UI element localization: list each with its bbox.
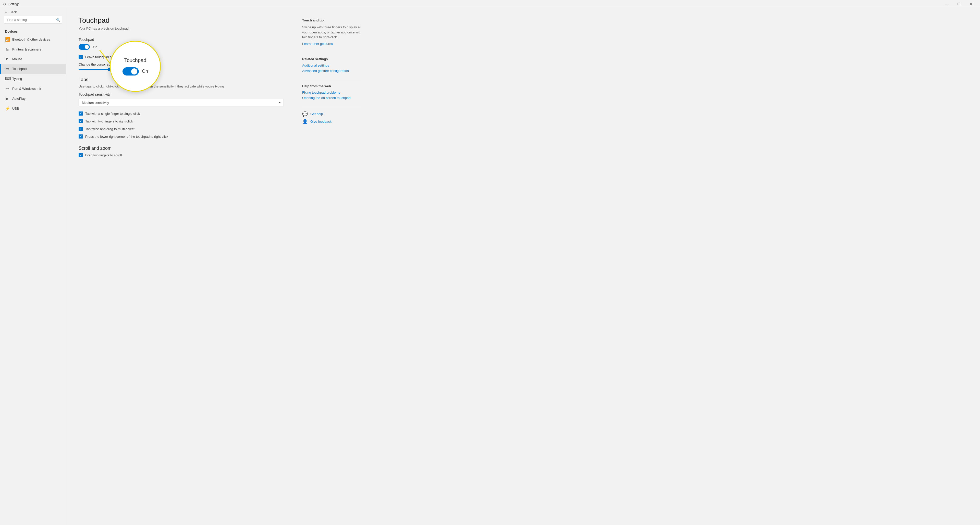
search-box: 🔍	[4, 16, 62, 24]
touchpad-setting: Touchpad On	[79, 38, 284, 50]
fixing-touchpad-link[interactable]: Fixing touchpad problems	[302, 90, 361, 94]
search-input[interactable]	[4, 16, 62, 24]
scroll-section-title: Scroll and zoom	[79, 146, 284, 151]
slider-track	[79, 69, 135, 70]
mouse-icon: 🖱	[5, 57, 9, 61]
tap-lower-checkbox[interactable]: ✓	[79, 135, 83, 138]
sidebar-item-label: Pen & Windows Ink	[12, 87, 41, 90]
back-button[interactable]: ← Back	[0, 8, 66, 16]
sidebar-item-label: Printers & scanners	[12, 48, 41, 51]
back-label: Back	[10, 10, 17, 14]
sidebar-item-label: USB	[12, 106, 19, 111]
sidebar-item-printers[interactable]: 🖨 Printers & scanners	[0, 44, 66, 54]
sidebar-item-mouse[interactable]: 🖱 Mouse	[0, 54, 66, 64]
titlebar: ⚙ Settings ─ ☐ ✕	[0, 0, 980, 8]
content-area: Touchpad Your PC has a precision touchpa…	[66, 8, 296, 525]
pen-icon: ✏	[5, 86, 9, 91]
checkmark-icon: ✓	[80, 55, 82, 59]
checkmark-icon: ✓	[80, 153, 82, 157]
tap-drag-label: Tap twice and drag to multi-select	[85, 127, 135, 131]
leave-touchpad-row: ✓ Leave touchpad on when a mouse is conn…	[79, 55, 284, 59]
help-title: Help from the web	[302, 84, 361, 88]
touch-go-section: Touch and go Swipe up with three fingers…	[302, 18, 361, 46]
slider-thumb[interactable]	[108, 68, 111, 71]
additional-settings-link[interactable]: Additional settings	[302, 63, 361, 67]
leave-touchpad-label: Leave touchpad on when a mouse is connec…	[85, 55, 156, 59]
divider-3	[302, 107, 361, 107]
touchpad-toggle-label: Touchpad	[79, 38, 284, 41]
back-icon: ←	[4, 10, 7, 14]
give-feedback-link[interactable]: Give feedback	[310, 120, 331, 124]
tap-lower-row: ✓ Press the lower right corner of the to…	[79, 135, 284, 138]
learn-gestures-link[interactable]: Learn other gestures	[302, 42, 361, 46]
sensitivity-value: Medium sensitivity	[82, 101, 109, 105]
get-help-row: 💬 Get help	[302, 111, 361, 117]
tap-drag-checkbox[interactable]: ✓	[79, 127, 83, 131]
titlebar-controls: ─ ☐ ✕	[941, 0, 977, 8]
sidebar-item-pen[interactable]: ✏ Pen & Windows Ink	[0, 84, 66, 94]
sidebar-item-autoplay[interactable]: ▶ AutoPlay	[0, 94, 66, 103]
usb-icon: ⚡	[5, 106, 9, 111]
touchpad-toggle[interactable]	[79, 44, 90, 50]
opening-touchpad-link[interactable]: Opening the on-screen touchpad	[302, 96, 361, 100]
titlebar-title: Settings	[8, 2, 941, 6]
advanced-gesture-link[interactable]: Advanced gesture configuration	[302, 69, 361, 73]
related-title: Related settings	[302, 57, 361, 61]
drag-scroll-row: ✓ Drag two fingers to scroll	[79, 153, 284, 157]
checkmark-icon: ✓	[80, 112, 82, 115]
printer-icon: 🖨	[5, 47, 9, 52]
tap-single-label: Tap with a single finger to single-click	[85, 112, 140, 116]
chevron-down-icon: ▾	[279, 101, 280, 104]
drag-scroll-checkbox[interactable]: ✓	[79, 153, 83, 157]
leave-touchpad-checkbox[interactable]: ✓	[79, 55, 83, 59]
autoplay-icon: ▶	[5, 96, 9, 101]
touchpad-toggle-row: On	[79, 44, 284, 50]
feedback-icon: 👤	[302, 119, 308, 124]
help-icon: 💬	[302, 111, 308, 117]
tap-lower-label: Press the lower right corner of the touc…	[85, 135, 168, 138]
maximize-button[interactable]: ☐	[953, 0, 965, 8]
sensitivity-label: Touchpad sensitivity	[79, 92, 284, 97]
toggle-knob	[85, 45, 89, 49]
sidebar-item-bluetooth[interactable]: 📶 Bluetooth & other devices	[0, 35, 66, 44]
right-panel: Touch and go Swipe up with three fingers…	[296, 8, 368, 525]
sidebar-item-label: Typing	[12, 77, 22, 81]
divider-2	[302, 80, 361, 80]
touchpad-icon: ▭	[5, 66, 9, 71]
bluetooth-icon: 📶	[5, 37, 9, 42]
tap-two-label: Tap with two fingers to right-click	[85, 119, 133, 123]
tap-single-row: ✓ Tap with a single finger to single-cli…	[79, 111, 284, 116]
sidebar-item-label: Bluetooth & other devices	[12, 38, 50, 41]
checkmark-icon: ✓	[80, 127, 82, 131]
cursor-speed-label: Change the cursor speed	[79, 62, 284, 66]
get-help-link[interactable]: Get help	[310, 112, 323, 116]
checkmark-icon: ✓	[80, 119, 82, 123]
feedback-section: 💬 Get help 👤 Give feedback	[302, 111, 361, 124]
touch-go-text: Swipe up with three fingers to display a…	[302, 25, 361, 40]
touchpad-toggle-state: On	[93, 45, 97, 49]
search-icon[interactable]: 🔍	[56, 18, 60, 22]
sidebar: ← Back 🔍 Devices 📶 Bluetooth & other dev…	[0, 0, 66, 525]
help-section: Help from the web Fixing touchpad proble…	[302, 84, 361, 100]
cursor-speed-section: Change the cursor speed	[79, 62, 284, 70]
sidebar-item-label: Mouse	[12, 57, 22, 61]
sidebar-item-touchpad[interactable]: ▭ Touchpad	[0, 64, 66, 74]
sidebar-category: Devices	[0, 27, 66, 35]
tap-two-checkbox[interactable]: ✓	[79, 119, 83, 123]
sidebar-item-typing[interactable]: ⌨ Typing	[0, 74, 66, 84]
sidebar-item-label: Touchpad	[12, 67, 27, 71]
close-button[interactable]: ✕	[965, 0, 977, 8]
taps-section-desc: Use taps to click, right-click, and sele…	[79, 84, 284, 88]
sidebar-item-usb[interactable]: ⚡ USB	[0, 103, 66, 114]
page-subtitle: Your PC has a precision touchpad.	[79, 27, 284, 30]
main: Touchpad Your PC has a precision touchpa…	[66, 0, 980, 525]
tap-drag-row: ✓ Tap twice and drag to multi-select	[79, 127, 284, 131]
minimize-button[interactable]: ─	[941, 0, 953, 8]
checkmark-icon: ✓	[80, 135, 82, 138]
sensitivity-dropdown[interactable]: Medium sensitivity ▾	[79, 99, 284, 106]
slider-fill	[79, 69, 110, 70]
settings-icon: ⚙	[3, 2, 6, 6]
sidebar-item-label: AutoPlay	[12, 97, 25, 100]
taps-section-title: Taps	[79, 77, 284, 82]
tap-single-checkbox[interactable]: ✓	[79, 111, 83, 116]
